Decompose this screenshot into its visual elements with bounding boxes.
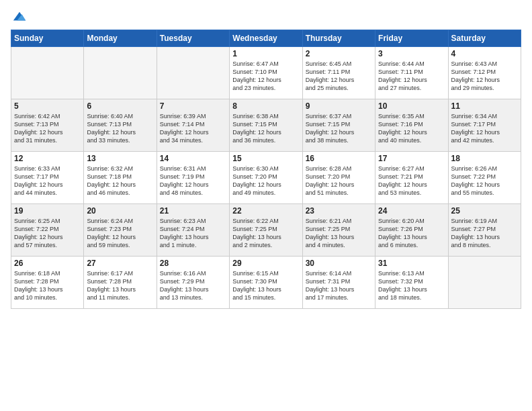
day-number: 12	[14, 154, 81, 163]
day-info: Sunrise: 6:33 AM Sunset: 7:17 PM Dayligh…	[14, 165, 81, 197]
day-number: 4	[451, 49, 518, 58]
day-number: 13	[87, 154, 153, 163]
calendar-cell: 26Sunrise: 6:18 AM Sunset: 7:28 PM Dayli…	[11, 257, 84, 309]
day-info: Sunrise: 6:22 AM Sunset: 7:25 PM Dayligh…	[232, 217, 299, 250]
calendar-cell: 12Sunrise: 6:33 AM Sunset: 7:17 PM Dayli…	[11, 152, 84, 204]
day-number: 20	[87, 206, 153, 216]
day-number: 14	[160, 154, 226, 163]
weekday-header: Monday	[84, 30, 157, 47]
day-number: 11	[451, 101, 518, 111]
day-info: Sunrise: 6:21 AM Sunset: 7:25 PM Dayligh…	[306, 217, 372, 250]
day-number: 17	[378, 154, 445, 163]
calendar-cell: 5Sunrise: 6:42 AM Sunset: 7:13 PM Daylig…	[11, 99, 84, 152]
day-number: 2	[306, 49, 372, 58]
calendar-cell: 16Sunrise: 6:28 AM Sunset: 7:20 PM Dayli…	[302, 152, 375, 204]
calendar-cell: 4Sunrise: 6:43 AM Sunset: 7:12 PM Daylig…	[448, 47, 521, 99]
day-number: 21	[160, 206, 226, 216]
day-number: 19	[14, 206, 81, 216]
day-info: Sunrise: 6:24 AM Sunset: 7:23 PM Dayligh…	[87, 217, 153, 250]
day-info: Sunrise: 6:31 AM Sunset: 7:19 PM Dayligh…	[160, 165, 226, 197]
calendar-cell: 23Sunrise: 6:21 AM Sunset: 7:25 PM Dayli…	[302, 204, 375, 257]
day-info: Sunrise: 6:35 AM Sunset: 7:16 PM Dayligh…	[378, 112, 445, 145]
day-info: Sunrise: 6:16 AM Sunset: 7:29 PM Dayligh…	[160, 269, 226, 302]
day-number: 30	[306, 259, 372, 268]
calendar-cell: 25Sunrise: 6:19 AM Sunset: 7:27 PM Dayli…	[448, 204, 521, 257]
page: SundayMondayTuesdayWednesdayThursdayFrid…	[0, 0, 532, 411]
calendar-cell: 31Sunrise: 6:13 AM Sunset: 7:32 PM Dayli…	[375, 257, 448, 309]
calendar-cell: 20Sunrise: 6:24 AM Sunset: 7:23 PM Dayli…	[84, 204, 157, 257]
day-info: Sunrise: 6:17 AM Sunset: 7:28 PM Dayligh…	[87, 269, 153, 302]
calendar-cell: 13Sunrise: 6:32 AM Sunset: 7:18 PM Dayli…	[84, 152, 157, 204]
calendar-cell	[448, 257, 521, 309]
day-info: Sunrise: 6:37 AM Sunset: 7:15 PM Dayligh…	[306, 112, 372, 145]
calendar-cell: 1Sunrise: 6:47 AM Sunset: 7:10 PM Daylig…	[230, 47, 302, 99]
calendar-cell: 27Sunrise: 6:17 AM Sunset: 7:28 PM Dayli…	[84, 257, 157, 309]
day-number: 7	[160, 101, 226, 111]
day-info: Sunrise: 6:23 AM Sunset: 7:24 PM Dayligh…	[160, 217, 226, 250]
calendar-cell	[84, 47, 157, 99]
calendar-cell: 28Sunrise: 6:16 AM Sunset: 7:29 PM Dayli…	[157, 257, 229, 309]
weekday-header: Thursday	[302, 30, 375, 47]
calendar-table: SundayMondayTuesdayWednesdayThursdayFrid…	[11, 30, 521, 309]
day-info: Sunrise: 6:38 AM Sunset: 7:15 PM Dayligh…	[232, 112, 299, 145]
day-info: Sunrise: 6:18 AM Sunset: 7:28 PM Dayligh…	[14, 269, 81, 302]
calendar-cell: 17Sunrise: 6:27 AM Sunset: 7:21 PM Dayli…	[375, 152, 448, 204]
day-info: Sunrise: 6:25 AM Sunset: 7:22 PM Dayligh…	[14, 217, 81, 250]
calendar-cell: 14Sunrise: 6:31 AM Sunset: 7:19 PM Dayli…	[157, 152, 229, 204]
logo-icon	[12, 9, 27, 24]
calendar-cell: 9Sunrise: 6:37 AM Sunset: 7:15 PM Daylig…	[302, 99, 375, 152]
calendar-cell: 3Sunrise: 6:44 AM Sunset: 7:11 PM Daylig…	[375, 47, 448, 99]
calendar-cell: 21Sunrise: 6:23 AM Sunset: 7:24 PM Dayli…	[157, 204, 229, 257]
day-info: Sunrise: 6:40 AM Sunset: 7:13 PM Dayligh…	[87, 112, 153, 145]
day-number: 22	[232, 206, 299, 216]
calendar-cell: 2Sunrise: 6:45 AM Sunset: 7:11 PM Daylig…	[302, 47, 375, 99]
day-number: 26	[14, 259, 81, 268]
day-info: Sunrise: 6:34 AM Sunset: 7:17 PM Dayligh…	[451, 112, 518, 145]
header	[11, 7, 521, 24]
day-info: Sunrise: 6:27 AM Sunset: 7:21 PM Dayligh…	[378, 165, 445, 197]
day-number: 15	[232, 154, 299, 163]
day-number: 6	[87, 101, 153, 111]
weekday-header: Wednesday	[230, 30, 302, 47]
calendar-cell: 15Sunrise: 6:30 AM Sunset: 7:20 PM Dayli…	[230, 152, 302, 204]
day-info: Sunrise: 6:44 AM Sunset: 7:11 PM Dayligh…	[378, 60, 445, 93]
calendar-header-row: SundayMondayTuesdayWednesdayThursdayFrid…	[11, 30, 521, 47]
day-number: 29	[232, 259, 299, 268]
day-number: 1	[232, 49, 299, 58]
calendar-cell: 10Sunrise: 6:35 AM Sunset: 7:16 PM Dayli…	[375, 99, 448, 152]
day-number: 24	[378, 206, 445, 216]
day-info: Sunrise: 6:43 AM Sunset: 7:12 PM Dayligh…	[451, 60, 518, 93]
day-number: 27	[87, 259, 153, 268]
calendar-row: 19Sunrise: 6:25 AM Sunset: 7:22 PM Dayli…	[11, 204, 521, 257]
calendar-cell: 18Sunrise: 6:26 AM Sunset: 7:22 PM Dayli…	[448, 152, 521, 204]
day-info: Sunrise: 6:39 AM Sunset: 7:14 PM Dayligh…	[160, 112, 226, 145]
logo	[11, 9, 27, 24]
day-info: Sunrise: 6:13 AM Sunset: 7:32 PM Dayligh…	[378, 269, 445, 302]
day-number: 23	[306, 206, 372, 216]
day-number: 10	[378, 101, 445, 111]
day-info: Sunrise: 6:28 AM Sunset: 7:20 PM Dayligh…	[306, 165, 372, 197]
day-info: Sunrise: 6:47 AM Sunset: 7:10 PM Dayligh…	[232, 60, 299, 93]
calendar-row: 5Sunrise: 6:42 AM Sunset: 7:13 PM Daylig…	[11, 99, 521, 152]
calendar-cell: 24Sunrise: 6:20 AM Sunset: 7:26 PM Dayli…	[375, 204, 448, 257]
calendar-row: 26Sunrise: 6:18 AM Sunset: 7:28 PM Dayli…	[11, 257, 521, 309]
calendar-cell: 6Sunrise: 6:40 AM Sunset: 7:13 PM Daylig…	[84, 99, 157, 152]
day-info: Sunrise: 6:19 AM Sunset: 7:27 PM Dayligh…	[451, 217, 518, 250]
calendar-cell: 11Sunrise: 6:34 AM Sunset: 7:17 PM Dayli…	[448, 99, 521, 152]
weekday-header: Saturday	[448, 30, 521, 47]
day-info: Sunrise: 6:32 AM Sunset: 7:18 PM Dayligh…	[87, 165, 153, 197]
day-info: Sunrise: 6:30 AM Sunset: 7:20 PM Dayligh…	[232, 165, 299, 197]
calendar-row: 1Sunrise: 6:47 AM Sunset: 7:10 PM Daylig…	[11, 47, 521, 99]
day-info: Sunrise: 6:15 AM Sunset: 7:30 PM Dayligh…	[232, 269, 299, 302]
day-number: 5	[14, 101, 81, 111]
day-info: Sunrise: 6:20 AM Sunset: 7:26 PM Dayligh…	[378, 217, 445, 250]
day-number: 3	[378, 49, 445, 58]
day-info: Sunrise: 6:14 AM Sunset: 7:31 PM Dayligh…	[306, 269, 372, 302]
calendar-cell: 19Sunrise: 6:25 AM Sunset: 7:22 PM Dayli…	[11, 204, 84, 257]
day-info: Sunrise: 6:45 AM Sunset: 7:11 PM Dayligh…	[306, 60, 372, 93]
calendar-cell	[157, 47, 229, 99]
weekday-header: Tuesday	[157, 30, 229, 47]
weekday-header: Friday	[375, 30, 448, 47]
calendar-cell: 29Sunrise: 6:15 AM Sunset: 7:30 PM Dayli…	[230, 257, 302, 309]
day-number: 9	[306, 101, 372, 111]
